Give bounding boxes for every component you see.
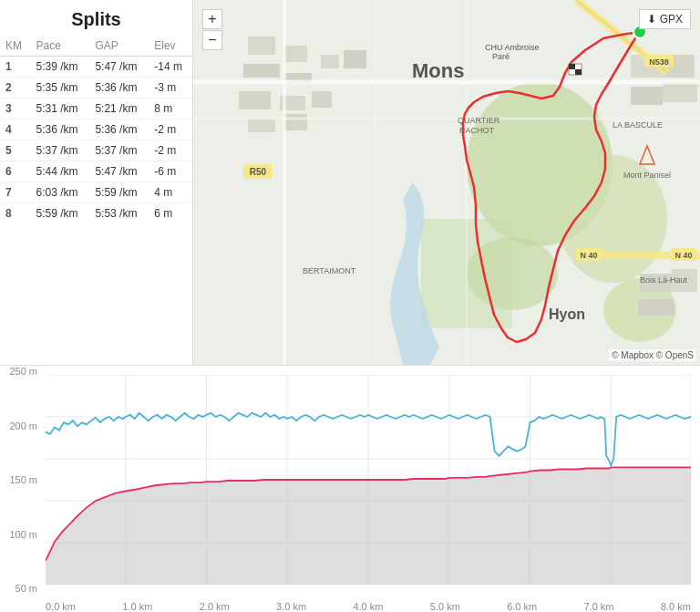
splits-table: KM Pace GAP Elev 15:39 /km5:47 /km-14 m2… [0,37,192,223]
cell-pace: 5:59 /km [31,203,90,224]
svg-text:LA BASCULE: LA BASCULE [612,120,663,130]
cell-pace: 5:44 /km [31,161,90,182]
cell-pace: 5:31 /km [31,99,90,119]
svg-text:Hyon: Hyon [549,306,585,322]
x-axis-labels: 0.0 km 1.0 km 2.0 km 3.0 km 4.0 km 5.0 k… [46,601,691,612]
cell-elev: -2 m [149,140,192,161]
svg-text:BERTAIMONT: BERTAIMONT [303,266,356,275]
x-label-7: 7.0 km [584,601,614,612]
cell-gap: 5:36 /km [89,119,149,140]
cell-gap: 5:47 /km [89,161,149,182]
svg-text:RACHOT: RACHOT [459,126,495,135]
map-background: R50 Mons Hyon CHU Ambroise Paré QUARTIER… [193,0,700,365]
cell-elev: -6 m [149,161,192,182]
table-row: 15:39 /km5:47 /km-14 m [0,57,192,78]
cell-gap: 5:36 /km [89,78,149,99]
table-header-row: KM Pace GAP Elev [0,37,192,57]
svg-text:N 40: N 40 [674,251,692,260]
cell-pace: 5:37 /km [31,140,90,161]
cell-gap: 5:53 /km [89,203,149,224]
svg-rect-54 [569,64,575,69]
x-label-2: 2.0 km [200,601,230,612]
table-row: 65:44 /km5:47 /km-6 m [0,161,192,182]
cell-km: 3 [0,99,31,119]
svg-text:CHU Ambroise: CHU Ambroise [485,43,540,52]
svg-rect-13 [239,91,271,109]
col-pace: Pace [31,37,90,57]
x-label-4: 4.0 km [353,601,383,612]
cell-gap: 5:37 /km [89,140,149,161]
cell-gap: 5:21 /km [89,99,149,119]
table-row: 45:36 /km5:36 /km-2 m [0,119,192,140]
cell-elev: 4 m [149,182,192,203]
table-row: 85:59 /km5:53 /km6 m [0,203,192,224]
svg-rect-12 [344,50,366,68]
svg-rect-7 [248,36,275,55]
splits-panel: Splits KM Pace GAP Elev 15:39 /km5:47 /k… [0,0,193,365]
y-label-150: 150 m [0,474,41,485]
map-panel: R50 Mons Hyon CHU Ambroise Paré QUARTIER… [193,0,700,365]
col-km: KM [0,37,31,57]
y-label-100: 100 m [0,529,41,540]
x-label-5: 5.0 km [430,601,460,612]
svg-text:R50: R50 [250,167,267,177]
cell-km: 7 [0,182,31,203]
map-attribution: © Mapbox © OpenS [609,349,696,361]
gpx-label: GPX [660,13,683,26]
x-label-1: 1.0 km [122,601,152,612]
cell-pace: 5:36 /km [31,119,90,140]
elevation-chart [46,375,691,585]
x-label-8: 8.0 km [661,601,691,612]
cell-pace: 5:39 /km [31,57,90,78]
table-row: 76:03 /km5:59 /km4 m [0,182,192,203]
svg-text:N 40: N 40 [580,251,597,260]
splits-title: Splits [0,0,192,37]
x-label-3: 3.0 km [276,601,306,612]
cell-km: 8 [0,203,31,224]
svg-text:Mons: Mons [412,59,464,82]
cell-gap: 5:47 /km [89,57,149,78]
cell-pace: 6:03 /km [31,182,90,203]
svg-rect-16 [248,119,275,132]
gpx-download-button[interactable]: ⬇ GPX [639,9,691,29]
zoom-in-button[interactable]: + [202,9,222,29]
svg-text:N538: N538 [649,57,669,67]
svg-rect-21 [663,82,697,102]
x-label-0: 0.0 km [46,601,76,612]
y-label-250: 250 m [0,366,41,377]
svg-rect-11 [321,55,339,68]
y-axis-labels: 250 m 200 m 150 m 100 m 50 m [0,366,41,594]
svg-rect-24 [638,299,674,316]
svg-rect-20 [631,87,663,105]
svg-rect-55 [575,69,582,75]
splits-tbody: 15:39 /km5:47 /km-14 m25:35 /km5:36 /km-… [0,57,192,224]
download-icon: ⬇ [647,13,656,26]
table-row: 35:31 /km5:21 /km8 m [0,99,192,119]
top-section: Splits KM Pace GAP Elev 15:39 /km5:47 /k… [0,0,700,365]
col-elev: Elev [149,37,192,57]
cell-gap: 5:59 /km [89,182,149,203]
cell-km: 6 [0,161,31,182]
cell-elev: -3 m [149,78,192,99]
cell-km: 5 [0,140,31,161]
main-layout: Splits KM Pace GAP Elev 15:39 /km5:47 /k… [0,0,700,612]
svg-text:Mont Panisel: Mont Panisel [623,171,671,180]
zoom-out-button[interactable]: − [202,30,222,50]
table-row: 55:37 /km5:37 /km-2 m [0,140,192,161]
cell-elev: 8 m [149,99,192,119]
svg-text:Bois Là-Haut: Bois Là-Haut [640,275,688,285]
svg-rect-17 [284,114,307,130]
cell-elev: -14 m [149,57,192,78]
chart-section: 250 m 200 m 150 m 100 m 50 m [0,365,700,612]
cell-km: 4 [0,119,31,140]
y-label-200: 200 m [0,420,41,431]
svg-text:Paré: Paré [492,52,510,61]
cell-elev: 6 m [149,203,192,224]
svg-rect-8 [284,46,307,62]
table-row: 25:35 /km5:36 /km-3 m [0,78,192,99]
x-label-6: 6.0 km [507,601,537,612]
col-gap: GAP [89,37,149,57]
cell-pace: 5:35 /km [31,78,90,99]
cell-km: 2 [0,78,31,99]
svg-rect-9 [243,64,280,78]
